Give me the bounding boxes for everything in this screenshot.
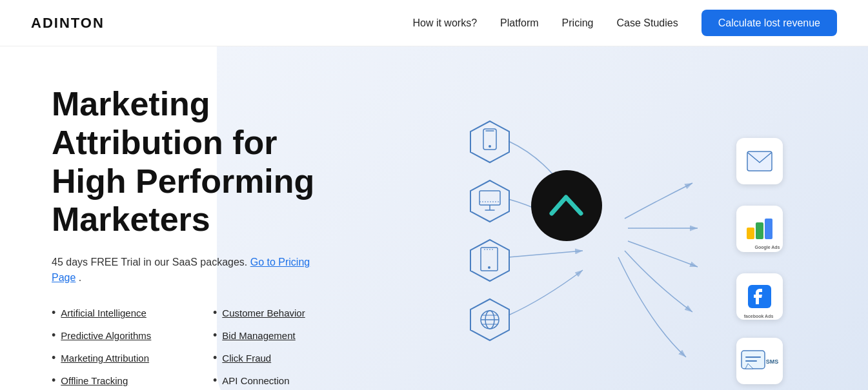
feature-behavior-link[interactable]: Customer Behavior (222, 307, 305, 318)
hero-diagram: Google Ads facebook Ads SMS (336, 46, 868, 390)
brand-facebook-ads: facebook Ads (736, 273, 783, 320)
feature-api: API Connection (213, 374, 336, 387)
svg-point-12 (488, 266, 490, 269)
nav-links: How it works? Platform Pricing Case Stud… (412, 17, 837, 29)
device-cloud (467, 297, 513, 343)
svg-marker-1 (470, 121, 509, 162)
brand-email (736, 138, 783, 184)
nav-pricing[interactable]: Pricing (562, 17, 594, 28)
hero-content: Marketing Attribution for High Performin… (0, 46, 336, 390)
svg-marker-10 (470, 240, 509, 281)
hero-section: Marketing Attribution for High Performin… (0, 46, 868, 390)
feature-bid-link[interactable]: Bid Management (222, 330, 295, 341)
navbar: ADINTON How it works? Platform Pricing C… (0, 0, 868, 46)
feature-offline: Offline Tracking (52, 374, 174, 387)
features-right: Customer Behavior Bid Management Click F… (213, 306, 336, 390)
feature-attribution-link[interactable]: Marketing Attribution (61, 353, 149, 364)
svg-rect-21 (747, 228, 754, 239)
feature-offline-link[interactable]: Offline Tracking (61, 375, 128, 386)
brand-sms: SMS (736, 338, 783, 384)
device-mobile (467, 119, 513, 165)
nav-platform[interactable]: Platform (500, 17, 539, 28)
features-left: Artificial Intelligence Predictive Algor… (52, 306, 174, 390)
brand-google-ads: Google Ads (736, 206, 783, 252)
device-tablet (467, 237, 513, 284)
center-logo (531, 170, 602, 241)
svg-rect-23 (765, 219, 772, 239)
features-grid: Artificial Intelligence Predictive Algor… (52, 306, 336, 390)
diagram-container: Google Ads facebook Ads SMS (409, 80, 796, 389)
device-desktop (467, 178, 513, 224)
svg-rect-25 (742, 351, 765, 369)
feature-ai-link[interactable]: Artificial Intelligence (61, 307, 146, 318)
feature-predictive: Predictive Algorithms (52, 329, 174, 342)
feature-behavior: Customer Behavior (213, 306, 336, 320)
svg-rect-20 (747, 151, 772, 171)
logo: ADINTON (31, 15, 105, 32)
feature-fraud: Click Fraud (213, 351, 336, 365)
svg-point-3 (489, 145, 491, 148)
feature-bid: Bid Management (213, 329, 336, 342)
cta-button[interactable]: Calculate lost revenue (701, 10, 837, 36)
feature-predictive-link[interactable]: Predictive Algorithms (61, 330, 151, 341)
hero-subtitle: 45 days FREE Trial in our SaaS packages.… (52, 255, 336, 286)
svg-rect-22 (756, 222, 763, 239)
feature-attribution: Marketing Attribution (52, 351, 174, 365)
svg-marker-5 (470, 180, 509, 222)
nav-how-it-works[interactable]: How it works? (412, 17, 477, 28)
hero-title: Marketing Attribution for High Performin… (52, 85, 336, 239)
feature-fraud-link[interactable]: Click Fraud (222, 353, 271, 364)
svg-rect-6 (479, 191, 500, 205)
feature-ai: Artificial Intelligence (52, 306, 174, 320)
nav-case-studies[interactable]: Case Studies (617, 17, 678, 28)
